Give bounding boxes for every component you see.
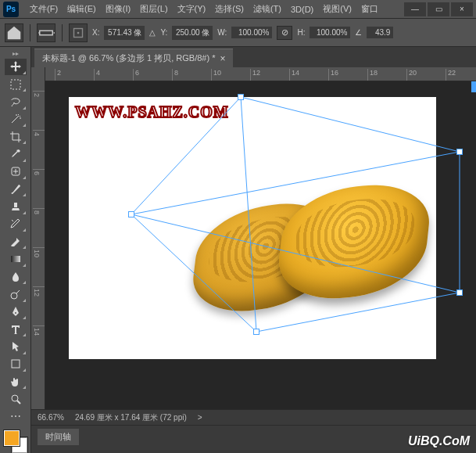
svg-rect-7 bbox=[12, 360, 20, 368]
status-caret-icon[interactable]: > bbox=[198, 413, 202, 422]
transform-mode-icon[interactable] bbox=[37, 23, 55, 42]
crop-tool[interactable] bbox=[5, 128, 27, 145]
edit-toolbar-icon[interactable]: ⋯ bbox=[5, 408, 27, 425]
svg-rect-5 bbox=[11, 256, 20, 262]
reference-point-icon[interactable] bbox=[69, 23, 88, 42]
ruler-tick: 10 bbox=[33, 247, 45, 257]
artboard[interactable]: WWW.PSAHZ.COM bbox=[69, 97, 436, 359]
h-value[interactable]: 100.00% bbox=[310, 27, 350, 38]
menu-bar: Ps 文件(F) 编辑(E) 图像(I) 图层(L) 文字(Y) 选择(S) 滤… bbox=[0, 0, 476, 19]
shape-tool[interactable] bbox=[5, 356, 27, 372]
zoom-level[interactable]: 66.67% bbox=[38, 413, 64, 422]
ruler-tick: 12 bbox=[33, 286, 45, 297]
status-bar: 66.67% 24.69 厘米 x 17.64 厘米 (72 ppi) > bbox=[31, 409, 476, 425]
link-icon[interactable]: ⊘ bbox=[277, 26, 292, 40]
menu-view[interactable]: 视图(V) bbox=[318, 3, 356, 15]
magic-wand-tool[interactable] bbox=[5, 111, 27, 128]
horizontal-ruler[interactable]: 2 4 6 8 10 12 14 16 18 20 22 24 bbox=[31, 67, 476, 81]
color-swatches[interactable] bbox=[4, 430, 27, 453]
watermark-text: WWW.PSAHZ.COM bbox=[75, 103, 229, 121]
minimize-button[interactable]: — bbox=[404, 2, 426, 16]
transform-handle[interactable] bbox=[456, 289, 463, 296]
brush-tool[interactable] bbox=[5, 181, 27, 197]
ruler-tick: 2 bbox=[55, 69, 61, 81]
menu-select[interactable]: 选择(S) bbox=[210, 3, 249, 15]
close-window-button[interactable]: × bbox=[451, 2, 473, 16]
document-tabs: 未标题-1 @ 66.7% (多边形 1 拷贝, RGB/8#) * × bbox=[0, 47, 476, 67]
type-tool[interactable] bbox=[5, 321, 27, 337]
tab-close-icon[interactable]: × bbox=[220, 53, 225, 64]
zoom-tool[interactable] bbox=[5, 390, 27, 407]
ruler-tick: 2 bbox=[33, 91, 45, 97]
svg-point-2 bbox=[77, 31, 80, 34]
ruler-tick: 18 bbox=[367, 69, 378, 81]
canvas-area[interactable]: WWW.PSAHZ.COM bbox=[45, 81, 476, 409]
foreground-color-swatch[interactable] bbox=[4, 430, 20, 446]
menu-file[interactable]: 文件(F) bbox=[25, 3, 63, 15]
svg-point-8 bbox=[12, 395, 18, 401]
app-logo: Ps bbox=[3, 2, 19, 17]
transform-handle[interactable] bbox=[128, 211, 134, 218]
svg-point-6 bbox=[11, 293, 17, 299]
maximize-button[interactable]: ▭ bbox=[428, 2, 449, 16]
menu-layer[interactable]: 图层(L) bbox=[135, 3, 172, 15]
eyedropper-tool[interactable] bbox=[5, 146, 27, 162]
w-value[interactable]: 100.00% bbox=[231, 27, 272, 38]
menu-image[interactable]: 图像(I) bbox=[101, 3, 135, 15]
ruler-tick: 4 bbox=[33, 130, 45, 136]
hand-tool[interactable] bbox=[5, 373, 27, 390]
history-brush-tool[interactable] bbox=[5, 216, 27, 232]
x-value[interactable]: 571.43 像 bbox=[104, 26, 145, 40]
h-label: H: bbox=[297, 28, 305, 37]
x-label: X: bbox=[92, 28, 99, 37]
document-dimensions: 24.69 厘米 x 17.64 厘米 (72 ppi) bbox=[75, 412, 187, 423]
transform-handle[interactable] bbox=[253, 329, 259, 335]
y-label: Y: bbox=[160, 28, 167, 37]
ruler-tick: 4 bbox=[94, 69, 100, 81]
dodge-tool[interactable] bbox=[5, 286, 27, 302]
menu-edit[interactable]: 编辑(E) bbox=[63, 3, 101, 15]
clone-stamp-tool[interactable] bbox=[5, 198, 27, 214]
lasso-tool[interactable] bbox=[5, 93, 27, 110]
angle-value[interactable]: 43.9 bbox=[367, 27, 393, 38]
move-tool[interactable] bbox=[5, 59, 27, 75]
menu-3d[interactable]: 3D(D) bbox=[286, 5, 318, 14]
transform-handle[interactable] bbox=[238, 94, 244, 100]
y-value[interactable]: 250.00 像 bbox=[172, 26, 213, 40]
site-watermark: UiBQ.CoM bbox=[408, 434, 470, 448]
tab-title: 未标题-1 @ 66.7% (多边形 1 拷贝, RGB/8#) * bbox=[42, 52, 215, 64]
ruler-tick: 12 bbox=[250, 69, 260, 81]
svg-rect-0 bbox=[40, 31, 53, 35]
menu-filter[interactable]: 滤镜(T) bbox=[249, 3, 286, 15]
ruler-tick: 14 bbox=[289, 69, 299, 81]
pen-tool[interactable] bbox=[5, 304, 27, 320]
document-tab[interactable]: 未标题-1 @ 66.7% (多边形 1 拷贝, RGB/8#) * × bbox=[34, 49, 233, 67]
ruler-tick: 16 bbox=[328, 69, 338, 81]
timeline-tab[interactable]: 时间轴 bbox=[38, 429, 79, 445]
transform-handle[interactable] bbox=[456, 149, 463, 155]
blur-tool[interactable] bbox=[5, 268, 27, 285]
mooncake-image-2 bbox=[274, 178, 434, 305]
toolbar-expand-icon[interactable]: ▸▸ bbox=[2, 50, 30, 58]
svg-rect-3 bbox=[11, 80, 20, 89]
options-bar: X: 571.43 像 △ Y: 250.00 像 W: 100.00% ⊘ H… bbox=[0, 19, 476, 47]
gradient-tool[interactable] bbox=[5, 250, 27, 267]
ruler-tick: 20 bbox=[406, 69, 417, 81]
healing-brush-tool[interactable] bbox=[5, 164, 27, 180]
ruler-tick: 6 bbox=[33, 169, 45, 175]
window-controls: — ▭ × bbox=[404, 2, 473, 16]
ruler-tick: 22 bbox=[446, 69, 456, 81]
ruler-tick: 6 bbox=[133, 69, 139, 81]
path-selection-tool[interactable] bbox=[5, 338, 27, 354]
ruler-tick: 10 bbox=[211, 69, 221, 81]
menu-window[interactable]: 窗口 bbox=[356, 3, 383, 15]
ruler-tick: 8 bbox=[33, 208, 45, 214]
menu-type[interactable]: 文字(Y) bbox=[173, 3, 211, 15]
marquee-tool[interactable] bbox=[5, 76, 27, 92]
home-icon[interactable] bbox=[5, 23, 23, 42]
ruler-tick: 8 bbox=[172, 69, 178, 81]
vertical-ruler[interactable]: 2 4 6 8 10 12 14 bbox=[31, 67, 45, 409]
delta-icon[interactable]: △ bbox=[149, 28, 156, 37]
eraser-tool[interactable] bbox=[5, 233, 27, 250]
tools-panel: ▸▸ ⋯ bbox=[0, 47, 31, 453]
